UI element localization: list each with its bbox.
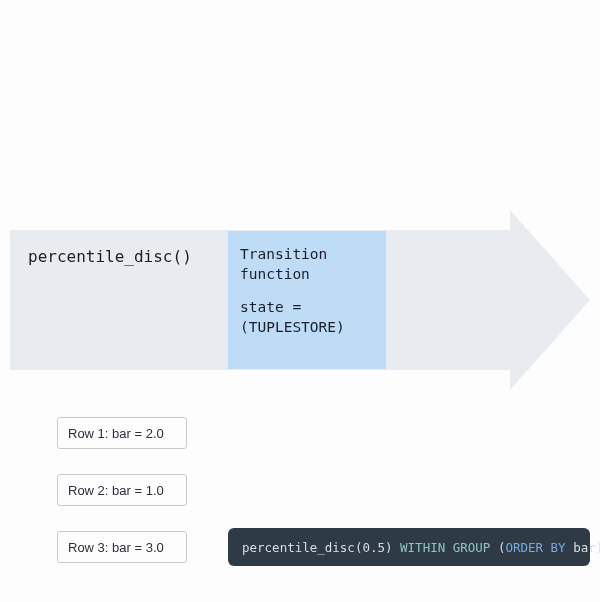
row-label: Row 2: bar = 1.0 [68,483,164,498]
input-row: Row 3: bar = 3.0 [57,531,187,563]
code-token-paren: ( [498,540,506,555]
code-token-paren: ) [596,540,600,555]
diagram-canvas: percentile_disc() Transition function st… [0,0,600,602]
transition-title-line2: function [240,265,374,285]
transition-function-box: Transition function state = (TUPLESTORE) [228,231,386,369]
arrow-head-icon [510,210,590,390]
row-label: Row 3: bar = 3.0 [68,540,164,555]
transition-state-line2: (TUPLESTORE) [240,318,374,338]
code-token-paren: ( [355,540,363,555]
function-name-label: percentile_disc() [28,247,192,266]
code-token-space [490,540,498,555]
code-token-paren: ) [385,540,393,555]
code-token-space [393,540,401,555]
transition-state-line1: state = [240,298,374,318]
input-row: Row 2: bar = 1.0 [57,474,187,506]
code-token-keyword: ORDER BY [505,540,565,555]
spacer [240,284,374,298]
input-row: Row 1: bar = 2.0 [57,417,187,449]
code-token-function: percentile_disc [242,540,355,555]
code-token-identifier: bar [573,540,596,555]
row-label: Row 1: bar = 2.0 [68,426,164,441]
code-token-number: 0.5 [362,540,385,555]
code-token-space [566,540,574,555]
code-token-keyword: WITHIN GROUP [400,540,490,555]
sql-code-block: percentile_disc(0.5) WITHIN GROUP (ORDER… [228,528,590,566]
transition-title-line1: Transition [240,245,374,265]
